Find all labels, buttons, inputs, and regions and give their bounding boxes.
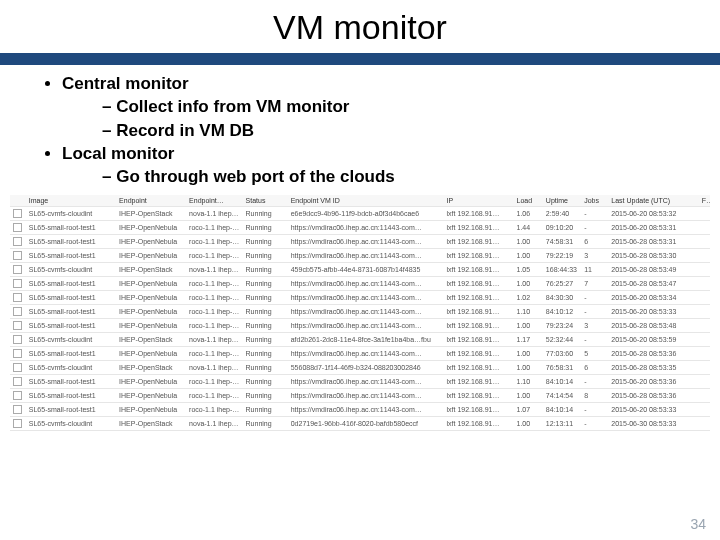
table-row: SL65-small-root-test1IHEP-OpenNebularoco… bbox=[10, 375, 710, 389]
cell-lastupdate: 2015-06-28 08:53:35 bbox=[608, 361, 698, 375]
cell-endpoint-inst: roco-1.1 ihep-o… bbox=[186, 319, 242, 333]
cell-endpoint-inst: roco-1.1 ihep-o… bbox=[186, 389, 242, 403]
cell-load: 1.10 bbox=[514, 375, 543, 389]
row-checkbox[interactable] bbox=[10, 319, 26, 333]
cell-endpoint-inst: roco-1.1 ihep-o… bbox=[186, 305, 242, 319]
vm-table-wrap: Image Endpoint Endpoint… Status Endpoint… bbox=[10, 195, 710, 431]
cell-uptime: 76:58:31 bbox=[543, 361, 581, 375]
cell-endpoint-inst: nova-1.1 ihep-o… bbox=[186, 207, 242, 221]
cell-load: 1.00 bbox=[514, 389, 543, 403]
cell-vmid: https://vmdirac06.ihep.ac.cn:11443-com… bbox=[288, 249, 444, 263]
col-load: Load bbox=[514, 195, 543, 207]
row-checkbox[interactable] bbox=[10, 347, 26, 361]
cell-uptime: 77:03:60 bbox=[543, 347, 581, 361]
table-row: SL65-cvmfs-cloudintIHEP-OpenStacknova-1.… bbox=[10, 333, 710, 347]
cell-endpoint: IHEP-OpenNebula bbox=[116, 221, 186, 235]
cell-uptime: 74:58:31 bbox=[543, 235, 581, 249]
cell-endpoint: IHEP-OpenNebula bbox=[116, 249, 186, 263]
cell-image: SL65-cvmfs-cloudint bbox=[26, 207, 116, 221]
cell-endpoint: IHEP-OpenStack bbox=[116, 417, 186, 431]
row-checkbox[interactable] bbox=[10, 375, 26, 389]
row-checkbox[interactable] bbox=[10, 207, 26, 221]
table-row: SL65-small-root-test1IHEP-OpenNebularoco… bbox=[10, 389, 710, 403]
table-row: SL65-small-root-test1IHEP-OpenNebularoco… bbox=[10, 305, 710, 319]
cell-endpoint: IHEP-OpenStack bbox=[116, 333, 186, 347]
row-checkbox[interactable] bbox=[10, 221, 26, 235]
row-checkbox[interactable] bbox=[10, 389, 26, 403]
cell-jobs: 3 bbox=[581, 249, 608, 263]
cell-load: 1.00 bbox=[514, 235, 543, 249]
bullet-local-sub1: Go through web port of the clouds bbox=[102, 166, 680, 187]
cell-load: 1.05 bbox=[514, 263, 543, 277]
cell-lastupdate: 2015-06-20 08:53:59 bbox=[608, 333, 698, 347]
row-checkbox[interactable] bbox=[10, 403, 26, 417]
title-underline bbox=[0, 53, 720, 65]
cell-status: Running bbox=[243, 235, 288, 249]
cell-endpoint-inst: nova-1.1 ihep-o… bbox=[186, 333, 242, 347]
cell-jobs: 6 bbox=[581, 235, 608, 249]
cell-status: Running bbox=[243, 403, 288, 417]
cell-status: Running bbox=[243, 347, 288, 361]
cell-fr bbox=[699, 361, 710, 375]
cell-fr bbox=[699, 277, 710, 291]
cell-endpoint-inst: roco-1.1 ihep-o… bbox=[186, 277, 242, 291]
cell-lastupdate: 2015-06-20 08:53:32 bbox=[608, 207, 698, 221]
bullet-local: Local monitor bbox=[62, 143, 680, 164]
page-number: 34 bbox=[690, 516, 706, 532]
row-checkbox[interactable] bbox=[10, 361, 26, 375]
cell-jobs: - bbox=[581, 305, 608, 319]
cell-vmid: https://vmdirac06.ihep.ac.cn:11443-com… bbox=[288, 291, 444, 305]
col-ip: IP bbox=[444, 195, 514, 207]
cell-vmid: 0d2719e1-96bb-416f-8020-bafdb580eccf bbox=[288, 417, 444, 431]
cell-image: SL65-small-root-test1 bbox=[26, 319, 116, 333]
row-checkbox[interactable] bbox=[10, 277, 26, 291]
col-lastupdate: Last Update (UTC) bbox=[608, 195, 698, 207]
cell-endpoint-inst: roco-1.1 ihep-o… bbox=[186, 249, 242, 263]
bullet-content: Central monitor Collect info from VM mon… bbox=[0, 65, 720, 187]
cell-fr bbox=[699, 333, 710, 347]
cell-fr bbox=[699, 403, 710, 417]
cell-status: Running bbox=[243, 305, 288, 319]
cell-endpoint: IHEP-OpenNebula bbox=[116, 235, 186, 249]
cell-endpoint: IHEP-OpenNebula bbox=[116, 403, 186, 417]
cell-jobs: - bbox=[581, 417, 608, 431]
cell-status: Running bbox=[243, 249, 288, 263]
cell-endpoint: IHEP-OpenStack bbox=[116, 263, 186, 277]
cell-status: Running bbox=[243, 333, 288, 347]
cell-ip: lxft 192.168.91… bbox=[444, 263, 514, 277]
cell-vmid: https://vmdirac06.ihep.ac.cn:11443-com… bbox=[288, 319, 444, 333]
cell-endpoint: IHEP-OpenNebula bbox=[116, 347, 186, 361]
cell-lastupdate: 2015-06-28 08:53:36 bbox=[608, 389, 698, 403]
cell-uptime: 12:13:11 bbox=[543, 417, 581, 431]
cell-status: Running bbox=[243, 263, 288, 277]
cell-uptime: 2:59:40 bbox=[543, 207, 581, 221]
cell-ip: lxft 192.168.91… bbox=[444, 305, 514, 319]
row-checkbox[interactable] bbox=[10, 417, 26, 431]
row-checkbox[interactable] bbox=[10, 249, 26, 263]
cell-ip: lxft 192.168.91… bbox=[444, 347, 514, 361]
row-checkbox[interactable] bbox=[10, 333, 26, 347]
cell-uptime: 79:22:19 bbox=[543, 249, 581, 263]
cell-ip: lxft 192.168.91… bbox=[444, 249, 514, 263]
cell-uptime: 84:10:14 bbox=[543, 403, 581, 417]
row-checkbox[interactable] bbox=[10, 235, 26, 249]
slide-title-area: VM monitor bbox=[0, 0, 720, 53]
cell-fr bbox=[699, 263, 710, 277]
cell-image: SL65-small-root-test1 bbox=[26, 389, 116, 403]
cell-ip: lxft 192.168.91… bbox=[444, 207, 514, 221]
row-checkbox[interactable] bbox=[10, 291, 26, 305]
cell-endpoint-inst: roco-1.1 ihep-o… bbox=[186, 375, 242, 389]
cell-lastupdate: 2015-06-28 08:53:31 bbox=[608, 235, 698, 249]
row-checkbox[interactable] bbox=[10, 263, 26, 277]
row-checkbox[interactable] bbox=[10, 305, 26, 319]
cell-load: 1.00 bbox=[514, 347, 543, 361]
cell-lastupdate: 2015-06-28 08:53:47 bbox=[608, 277, 698, 291]
col-vmid: Endpoint VM ID bbox=[288, 195, 444, 207]
cell-endpoint-inst: nova-1.1 ihep-o… bbox=[186, 417, 242, 431]
cell-image: SL65-cvmfs-cloudint bbox=[26, 361, 116, 375]
cell-load: 1.44 bbox=[514, 221, 543, 235]
cell-endpoint-inst: roco-1.1 ihep-o… bbox=[186, 403, 242, 417]
cell-endpoint: IHEP-OpenNebula bbox=[116, 319, 186, 333]
cell-uptime: 84:10:14 bbox=[543, 375, 581, 389]
cell-jobs: 7 bbox=[581, 277, 608, 291]
